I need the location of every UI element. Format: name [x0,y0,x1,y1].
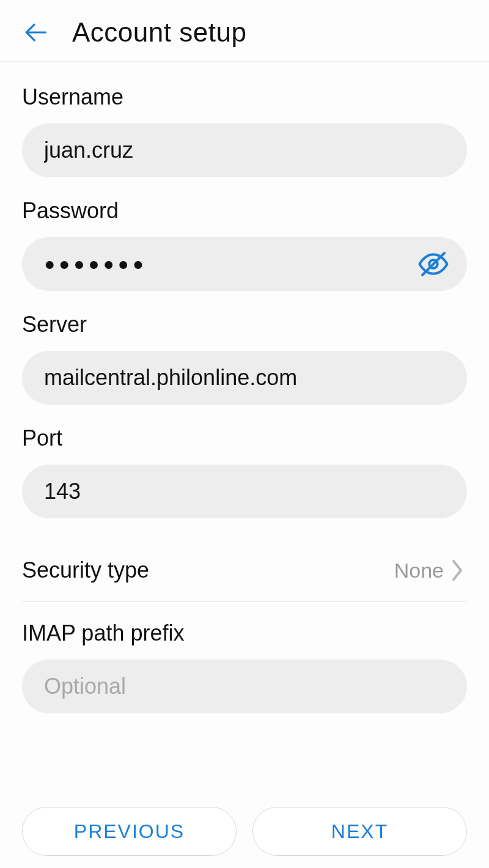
previous-button[interactable]: PREVIOUS [22,807,237,856]
imap-prefix-field-wrap [22,660,467,713]
server-label: Server [22,312,467,337]
security-type-value: None [394,559,444,583]
username-field-wrap [22,123,467,177]
footer-nav: PREVIOUS NEXT [0,807,489,868]
form-content: Username Password ●●●●●●● Server Port Se… [0,62,489,807]
security-type-value-wrap: None [394,559,467,583]
username-input[interactable] [22,123,467,177]
port-field-wrap [22,465,467,518]
toggle-password-visibility-button[interactable] [417,248,450,281]
server-field-wrap [22,351,467,405]
back-arrow-icon [22,19,49,46]
password-label: Password [22,198,467,224]
security-type-row[interactable]: Security type None [22,539,467,602]
imap-prefix-label: IMAP path prefix [22,620,467,646]
server-input[interactable] [22,351,467,405]
password-field-wrap: ●●●●●●● [22,237,467,291]
port-label: Port [22,425,467,451]
port-input[interactable] [22,465,467,518]
chevron-right-icon [450,559,465,582]
next-button[interactable]: NEXT [252,807,467,856]
security-type-label: Security type [22,557,149,583]
password-input[interactable]: ●●●●●●● [22,237,467,291]
app-header: Account setup [0,0,489,62]
page-title: Account setup [72,17,246,48]
back-button[interactable] [22,19,49,46]
eye-off-icon [417,248,450,281]
imap-prefix-input[interactable] [22,660,467,713]
username-label: Username [22,84,467,110]
